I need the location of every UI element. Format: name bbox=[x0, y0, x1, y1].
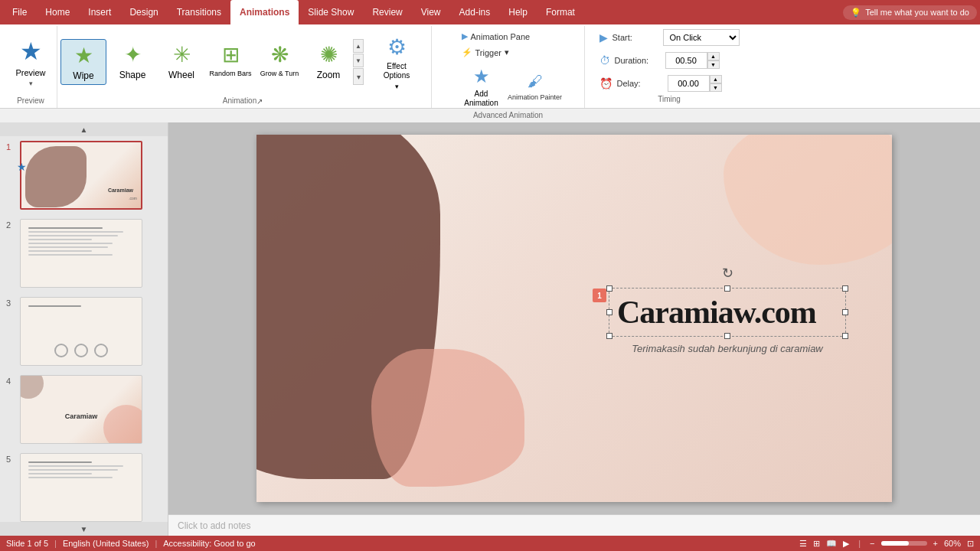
slide-panel-scroll-down[interactable]: ▼ bbox=[0, 522, 168, 536]
slide-panel-inner: 1 Caramiaw .com ★ 2 bbox=[0, 136, 168, 522]
slide1-brown-shape bbox=[25, 146, 87, 207]
anim-label-zoom: Zoom bbox=[317, 70, 341, 80]
handle-bottom-middle[interactable] bbox=[724, 333, 730, 339]
growturn-icon: ❋ bbox=[271, 42, 289, 67]
slide-canvas[interactable]: ↻ 1 Caramiaw.com bbox=[256, 135, 892, 502]
timing-delay-spinner: ▲ ▼ bbox=[668, 75, 722, 92]
rotate-handle[interactable]: ↻ bbox=[722, 265, 733, 282]
delay-spin-up[interactable]: ▲ bbox=[710, 75, 722, 83]
slide-main-title[interactable]: Caramiaw.com bbox=[617, 296, 838, 328]
timing-start-select[interactable]: On Click With Previous After Previous bbox=[663, 29, 740, 46]
handle-top-right[interactable] bbox=[842, 285, 848, 292]
tell-me-input[interactable]: 💡 Tell me what you want to do bbox=[843, 5, 977, 20]
duration-spin-down[interactable]: ▼ bbox=[707, 60, 720, 69]
timing-delay-row: ⏰ Delay: ▲ ▼ bbox=[599, 75, 740, 92]
anim-label-wipe: Wipe bbox=[73, 70, 93, 81]
timing-duration-input[interactable] bbox=[665, 52, 707, 69]
slide-item-3[interactable]: 3 bbox=[0, 292, 168, 370]
status-view-normal[interactable]: ☰ bbox=[799, 539, 807, 549]
preview-button[interactable]: ★ Preview ▾ bbox=[9, 34, 52, 90]
handle-middle-left[interactable] bbox=[606, 309, 612, 315]
anim-label-randombars: Random Bars bbox=[209, 70, 251, 77]
start-clock-icon: ▶ bbox=[599, 31, 608, 44]
tab-view[interactable]: View bbox=[412, 0, 450, 24]
thumb3-circle-3 bbox=[94, 344, 108, 357]
anim-item-shape[interactable]: ✦ Shape bbox=[109, 39, 155, 85]
tab-animations[interactable]: Animations bbox=[230, 0, 299, 24]
tab-addins[interactable]: Add-ins bbox=[450, 0, 500, 24]
anim-item-wheel[interactable]: ✳ Wheel bbox=[158, 39, 204, 85]
zoom-slider[interactable] bbox=[881, 541, 927, 546]
tab-help[interactable]: Help bbox=[499, 0, 537, 24]
anim-item-growturn[interactable]: ❋ Grow & Turn bbox=[256, 39, 302, 85]
handle-middle-right[interactable] bbox=[842, 309, 848, 315]
trigger-button[interactable]: ⚡ Trigger ▾ bbox=[457, 45, 560, 60]
slide-panel-scroll-up[interactable]: ▲ bbox=[0, 122, 168, 136]
tab-review[interactable]: Review bbox=[363, 0, 411, 24]
status-view-slideshow[interactable]: ▶ bbox=[843, 539, 849, 549]
delay-spin-down[interactable]: ▼ bbox=[710, 83, 722, 92]
slide-thumb-2 bbox=[20, 219, 142, 288]
tab-bar: File Home Insert Design Transitions Anim… bbox=[0, 0, 980, 24]
status-zoom-out[interactable]: − bbox=[870, 539, 874, 548]
slide-item-1[interactable]: 1 Caramiaw .com ★ bbox=[0, 136, 168, 214]
tab-transitions[interactable]: Transitions bbox=[168, 0, 230, 24]
duration-spin-up[interactable]: ▲ bbox=[707, 52, 720, 60]
slide-num-3: 3 bbox=[6, 297, 15, 308]
preview-label: Preview bbox=[15, 68, 45, 77]
body-area: ▲ 1 Caramiaw .com ★ 2 bbox=[0, 122, 980, 536]
group-label-animation: Animation bbox=[223, 96, 256, 106]
timing-start-row: ▶ Start: On Click With Previous After Pr… bbox=[599, 29, 740, 46]
status-slide-info: Slide 1 of 5 bbox=[6, 539, 48, 548]
handle-top-left[interactable] bbox=[606, 285, 612, 292]
anim-label-shape: Shape bbox=[119, 70, 146, 80]
add-animation-button[interactable]: ★ AddAnimation bbox=[457, 63, 506, 111]
slide-sub-text[interactable]: Terimakasih sudah berkunjung di caramiaw bbox=[609, 343, 846, 354]
animation-expand-icon[interactable]: ↗ bbox=[256, 97, 263, 106]
anim-item-zoom[interactable]: ✺ Zoom bbox=[305, 39, 351, 85]
add-animation-label: AddAnimation bbox=[464, 90, 498, 108]
handle-top-middle[interactable] bbox=[724, 285, 730, 292]
animation-pane-icon: ▶ bbox=[462, 31, 468, 41]
tab-slideshow[interactable]: Slide Show bbox=[299, 0, 363, 24]
zoom-icon: ✺ bbox=[320, 42, 338, 67]
randombars-icon: ⊞ bbox=[222, 42, 240, 67]
timing-delay-label: Delay: bbox=[617, 79, 663, 88]
effect-options-button[interactable]: ⚙ EffectOptions ▾ bbox=[370, 31, 423, 93]
animation-painter-icon: 🖌 bbox=[528, 73, 543, 90]
ribbon-group-effect: ⚙ EffectOptions ▾ bbox=[365, 30, 428, 95]
zoom-slider-fill bbox=[881, 541, 909, 546]
slide-item-2[interactable]: 2 bbox=[0, 214, 168, 292]
gallery-scroll-expand[interactable]: ▾ bbox=[353, 68, 364, 85]
anim-item-randombars[interactable]: ⊞ Random Bars bbox=[207, 39, 253, 85]
notes-area[interactable]: Click to add notes bbox=[168, 514, 980, 536]
timing-delay-input[interactable] bbox=[668, 75, 710, 92]
status-view-reading[interactable]: 📖 bbox=[826, 539, 837, 549]
gallery-scroll: ▲ ▼ ▾ bbox=[353, 39, 364, 85]
thumb3-circle-1 bbox=[54, 344, 68, 357]
tab-home[interactable]: Home bbox=[36, 0, 79, 24]
animation-painter-button[interactable]: 🖌 Animation Painter bbox=[511, 70, 560, 105]
status-zoom-in[interactable]: + bbox=[933, 539, 938, 548]
status-right: ☰ ⊞ 📖 ▶ | − + 60% ⊡ bbox=[799, 539, 974, 549]
slide-item-4[interactable]: 4 Caramiaw bbox=[0, 370, 168, 448]
canvas-wrapper[interactable]: ↻ 1 Caramiaw.com bbox=[168, 122, 980, 514]
tab-insert[interactable]: Insert bbox=[79, 0, 120, 24]
timing-duration-spinner: ▲ ▼ bbox=[665, 52, 720, 69]
slide-item-5[interactable]: 5 bbox=[0, 448, 168, 522]
anim-item-wipe[interactable]: ★ Wipe bbox=[60, 39, 106, 85]
selected-textbox[interactable]: ↻ 1 Caramiaw.com bbox=[609, 288, 846, 354]
handle-bottom-left[interactable] bbox=[606, 333, 612, 339]
handle-bottom-right[interactable] bbox=[842, 333, 848, 339]
gallery-scroll-down[interactable]: ▼ bbox=[353, 54, 364, 67]
status-view-slide-sorter[interactable]: ⊞ bbox=[813, 539, 820, 549]
animation-pane-button[interactable]: ▶ Animation Pane bbox=[457, 29, 560, 44]
gallery-scroll-up[interactable]: ▲ bbox=[353, 39, 364, 53]
lightbulb-icon: 💡 bbox=[851, 8, 861, 18]
wipe-icon: ★ bbox=[74, 43, 93, 68]
tab-format[interactable]: Format bbox=[537, 0, 584, 24]
status-fit-slide[interactable]: ⊡ bbox=[967, 539, 974, 549]
tab-file[interactable]: File bbox=[3, 0, 36, 24]
tab-design[interactable]: Design bbox=[120, 0, 167, 24]
delay-clock-icon: ⏰ bbox=[599, 77, 612, 90]
